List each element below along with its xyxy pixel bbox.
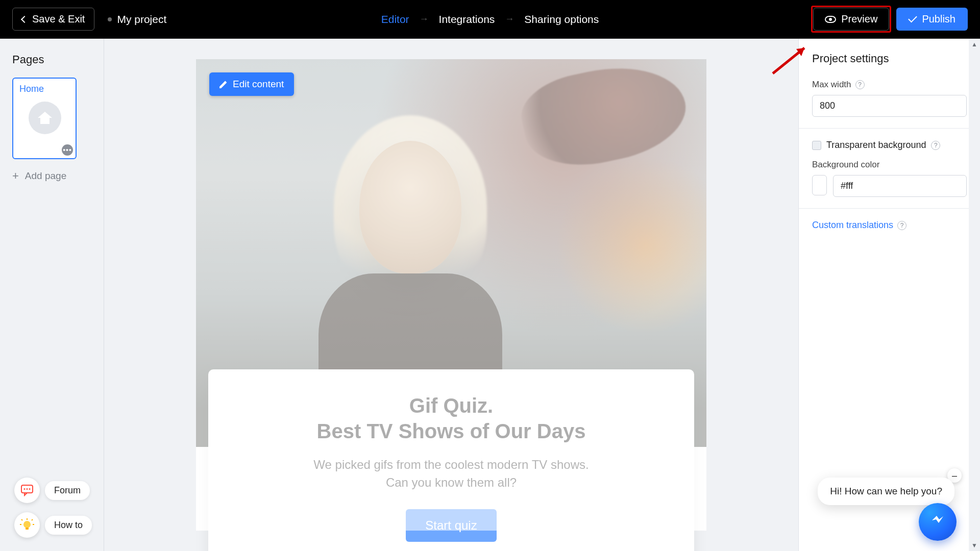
plus-icon: + [12,170,19,182]
app-header: Save & Exit My project Editor → Integrat… [0,0,980,39]
home-icon-circle [29,102,61,134]
custom-translations-link[interactable]: Custom translations ? [812,220,967,231]
arrow-right-icon: → [505,14,514,24]
svg-point-3 [24,488,26,490]
project-canvas[interactable]: Edit content Gif Quiz. Best TV Shows of … [196,59,706,531]
project-name[interactable]: My project [108,13,166,26]
svg-line-11 [21,519,22,520]
transparent-bg-row[interactable]: Transparent background ? [812,140,967,151]
svg-point-6 [23,521,31,528]
pencil-icon [219,80,228,88]
page-thumb-home[interactable]: Home ••• [12,78,77,159]
help-icon[interactable]: ? [931,141,940,150]
quiz-sub-line1: We picked gifs from the coolest modern T… [313,458,589,471]
header-tabs: Editor → Integrations → Sharing options [381,13,599,26]
unsaved-dot-icon [108,17,112,21]
help-icon[interactable]: ? [855,80,865,89]
project-name-label: My project [117,13,166,26]
tab-integrations[interactable]: Integrations [439,13,495,26]
home-icon [38,112,52,124]
messenger-icon [930,514,945,530]
check-icon [909,14,918,23]
pages-title: Pages [12,53,91,66]
svg-point-5 [29,488,31,490]
preview-label: Preview [841,13,877,25]
edit-content-button[interactable]: Edit content [209,72,294,96]
quiz-sub-line2: Can you know them all? [386,475,517,489]
settings-title: Project settings [812,52,967,65]
quiz-title: Gif Quiz. Best TV Shows of Our Days [229,393,674,444]
canvas-area[interactable]: Edit content Gif Quiz. Best TV Shows of … [104,39,798,551]
eye-icon [825,16,836,23]
chat-bubble-icon [14,478,40,503]
help-icon[interactable]: ? [897,221,906,230]
max-width-label: Max width ? [812,80,967,90]
svg-point-4 [27,488,28,490]
quiz-title-line2: Best TV Shows of Our Days [317,420,586,442]
save-exit-button[interactable]: Save & Exit [12,8,94,31]
lightbulb-icon [14,512,40,538]
chevron-left-icon [21,15,28,22]
max-width-input[interactable] [812,95,967,117]
arrow-right-icon: → [420,14,429,24]
settings-panel: Project settings Max width ? Transparent… [798,39,980,551]
add-page-button[interactable]: + Add page [12,170,91,182]
main: Pages Home ••• + Add page Forum [0,39,980,551]
help-forum[interactable]: Forum [14,478,92,503]
help-howto-label: How to [45,516,92,535]
quiz-title-line1: Gif Quiz. [409,394,493,417]
tab-sharing[interactable]: Sharing options [524,13,599,26]
pages-panel: Pages Home ••• + Add page Forum [0,39,104,551]
add-page-label: Add page [25,170,66,182]
publish-button[interactable]: Publish [896,8,968,31]
help-pills: Forum How to [14,478,92,538]
page-thumb-more-button[interactable]: ••• [62,144,73,156]
help-forum-label: Forum [45,481,90,500]
page-thumb-label: Home [19,84,70,94]
bg-color-swatch[interactable] [812,175,827,195]
chat-launcher-button[interactable] [919,503,957,541]
header-actions: Preview Publish [813,8,968,31]
publish-label: Publish [922,13,955,25]
chat-greeting-bubble[interactable]: Hi! How can we help you? [818,478,954,505]
svg-line-12 [32,519,33,520]
divider [799,208,980,209]
svg-rect-7 [26,528,29,530]
bg-color-input[interactable] [833,175,967,197]
quiz-subtitle: We picked gifs from the coolest modern T… [229,456,674,492]
quiz-card: Gif Quiz. Best TV Shows of Our Days We p… [208,369,694,551]
window-scrollbar[interactable]: ▲ ▼ [969,39,980,551]
preview-button[interactable]: Preview [813,8,889,31]
bg-color-row [812,175,967,197]
help-howto[interactable]: How to [14,512,92,538]
divider [799,128,980,129]
scroll-up-icon[interactable]: ▲ [969,39,980,50]
save-exit-label: Save & Exit [32,13,85,25]
bg-color-label: Background color [812,160,967,170]
scroll-down-icon[interactable]: ▼ [969,540,980,551]
transparent-bg-label: Transparent background [826,140,926,151]
start-quiz-button[interactable]: Start quiz [406,509,496,542]
edit-content-label: Edit content [233,79,284,90]
transparent-bg-checkbox[interactable] [812,141,821,150]
tab-editor[interactable]: Editor [381,13,409,26]
